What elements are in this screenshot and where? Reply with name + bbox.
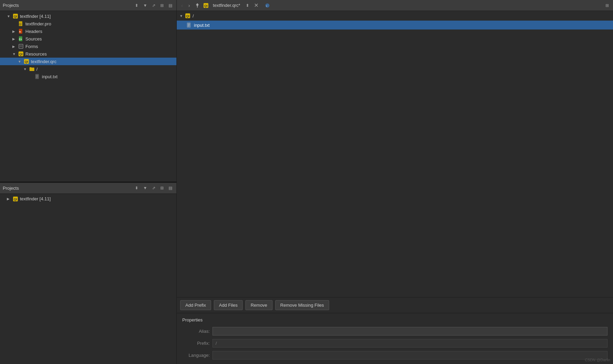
top-filter-btn[interactable]: ▼ [142, 2, 149, 9]
svg-rect-22 [196, 4, 199, 5]
svg-text:h: h [19, 30, 21, 33]
arrow-slash: ▼ [23, 67, 29, 71]
label-resources: Resources [25, 51, 47, 57]
add-prefix-button[interactable]: Add Prefix [180, 300, 211, 310]
arrow-headers: ▶ [12, 30, 18, 33]
right-header: ‹ › Qt textfinder.qrc* ⬍ ✕ i [177, 0, 613, 11]
svg-text:Qt: Qt [25, 60, 28, 63]
selected-file-row[interactable]: input.txt [177, 21, 613, 30]
svg-text:Qt: Qt [14, 15, 17, 18]
bottom-add-btn[interactable]: ⊞ [159, 185, 165, 191]
bottom-tree-area: ▶ Qt textfinder [4.11] [0, 194, 176, 364]
tree-item-headers[interactable]: ▶ h Headers [0, 27, 176, 35]
icon-resources: Qt [18, 51, 24, 57]
svg-rect-8 [19, 44, 23, 48]
bottom-filter-btn[interactable]: ▼ [142, 185, 149, 191]
prefix-input[interactable] [212, 339, 608, 348]
tree-item-resources[interactable]: ▼ Qt Resources [0, 50, 176, 58]
svg-text:Qt: Qt [204, 4, 208, 8]
arrow-textfinder: ▼ [7, 14, 12, 18]
label-textfinder: textfinder [4.11] [20, 14, 51, 19]
bottom-panel-header: Projects ⬍ ▼ ⇗ ⊞ ▤ [0, 183, 176, 194]
alias-input[interactable] [212, 327, 608, 336]
label-forms: Forms [25, 44, 38, 49]
prefix-row-prop: Prefix: [177, 337, 613, 349]
add-files-button[interactable]: Add Files [214, 300, 243, 310]
svg-text:Qt: Qt [186, 14, 189, 18]
arrow-sources: ▶ [12, 37, 18, 41]
label-headers: Headers [25, 29, 42, 34]
language-row: Language: [177, 349, 613, 361]
prefix-label-prop: Prefix: [182, 341, 210, 346]
svg-text:Qt: Qt [14, 198, 17, 201]
label-slash: / [36, 67, 38, 72]
prefix-label: / [193, 13, 194, 19]
properties-title: Properties [177, 316, 613, 325]
icon-qrc: Qt [23, 59, 30, 64]
arrow-inputtxt [29, 75, 34, 79]
right-panel: ‹ › Qt textfinder.qrc* ⬍ ✕ i [177, 0, 613, 364]
nav-forward-btn[interactable]: › [187, 2, 192, 9]
label-inputtxt: input.txt [42, 74, 58, 79]
icon-folder [29, 66, 35, 72]
svg-text:C+: C+ [19, 38, 22, 40]
label-qrc: textfinder.qrc [31, 59, 56, 64]
tree-item-slash[interactable]: ▼ / [0, 65, 176, 73]
main-layout: Projects ⬍ ▼ ⇗ ⊞ ▤ ▼ Qt textfinder [4.11… [0, 0, 613, 364]
top-panel-title: Projects [3, 3, 131, 8]
icon-textfinder2: Qt [12, 196, 19, 202]
top-updown-btn[interactable]: ⬍ [134, 2, 140, 9]
tree-item-textfinder2[interactable]: ▶ Qt textfinder [4.11] [0, 195, 176, 203]
remove-missing-button[interactable]: Remove Missing Files [275, 300, 329, 310]
icon-headers: h [18, 28, 24, 34]
bottom-panel-title: Projects [3, 186, 131, 191]
right-file-area: ▼ Qt / input.txt [177, 11, 613, 297]
bottom-link-btn[interactable]: ⇗ [151, 185, 157, 191]
left-panel: Projects ⬍ ▼ ⇗ ⊞ ▤ ▼ Qt textfinder [4.11… [0, 0, 177, 364]
tree-item-sources[interactable]: ▶ C+ Sources [0, 35, 176, 43]
arrow-textfinder2: ▶ [7, 197, 12, 201]
top-menu-btn[interactable]: ▤ [167, 2, 174, 9]
svg-point-26 [265, 3, 269, 8]
icon-inputtxt [34, 74, 41, 79]
tree-item-inputtxt[interactable]: input.txt [0, 73, 176, 80]
prefix-collapse-arrow: ▼ [180, 14, 183, 18]
pin-icon [195, 3, 200, 8]
language-label: Language: [182, 353, 210, 358]
properties-area: Properties Alias: Prefix: Language: [177, 313, 613, 364]
top-add-btn[interactable]: ⊞ [159, 2, 165, 9]
split-btn[interactable]: ⊞ [604, 2, 610, 9]
label-textfinder2: textfinder [4.11] [20, 196, 51, 201]
bottom-updown-btn[interactable]: ⬍ [134, 185, 140, 191]
svg-text:Qt: Qt [19, 52, 23, 56]
tab-icon2: i [265, 3, 270, 8]
alias-label: Alias: [182, 329, 210, 334]
nav-back-icon: ‹ [181, 3, 183, 8]
qrc-file-icon: Qt [203, 3, 209, 8]
svg-text:Qt: Qt [19, 23, 21, 26]
arrow-resources: ▼ [12, 52, 18, 56]
tab-updown-btn[interactable]: ⬍ [244, 2, 251, 9]
tree-item-qrc[interactable]: ▼ Qt textfinder.qrc [0, 58, 176, 65]
top-panel-header: Projects ⬍ ▼ ⇗ ⊞ ▤ [0, 0, 176, 11]
label-sources: Sources [25, 36, 42, 42]
prefix-row[interactable]: ▼ Qt / [177, 11, 613, 21]
nav-back-btn[interactable]: ‹ [180, 2, 185, 9]
arrow-qrc: ▼ [18, 60, 23, 63]
icon-forms [18, 44, 24, 49]
tab-close-btn[interactable]: ✕ [253, 2, 260, 9]
file-icon [186, 22, 192, 28]
tree-item-pro[interactable]: Qt textfinder.pro [0, 20, 176, 27]
bottom-menu-btn[interactable]: ▤ [167, 185, 174, 191]
remove-button[interactable]: Remove [245, 300, 272, 310]
alias-row: Alias: [177, 325, 613, 337]
arrow-forms: ▶ [12, 45, 18, 48]
top-link-btn[interactable]: ⇗ [151, 2, 157, 9]
label-pro: textfinder.pro [25, 21, 51, 26]
tree-item-textfinder[interactable]: ▼ Qt textfinder [4.11] [0, 12, 176, 20]
tree-item-forms[interactable]: ▶ Forms [0, 43, 176, 50]
prefix-icon: Qt [185, 13, 190, 19]
language-input[interactable] [212, 351, 608, 360]
pin-btn[interactable] [194, 2, 201, 9]
top-tree-area: ▼ Qt textfinder [4.11] Qt [0, 11, 176, 181]
